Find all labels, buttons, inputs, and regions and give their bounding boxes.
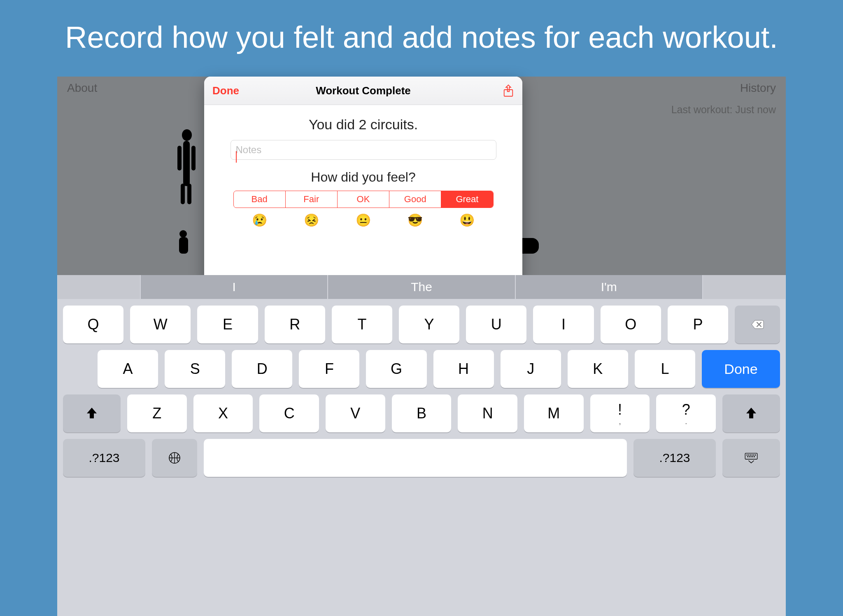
- key-a[interactable]: A: [98, 350, 158, 388]
- svg-rect-4: [748, 455, 749, 455]
- key-numbers[interactable]: .?123: [63, 439, 145, 477]
- keyboard-row-2: A S D F G H J K L Done: [57, 343, 786, 388]
- key-j[interactable]: J: [501, 350, 561, 388]
- svg-rect-0: [504, 90, 513, 96]
- feel-prompt-label: How did you feel?: [221, 170, 506, 185]
- exercise-silhouette-icon: [183, 141, 190, 186]
- keyboard-row-3: Z X C V B N M ! , ? .: [57, 388, 786, 432]
- svg-rect-5: [750, 455, 751, 455]
- svg-rect-11: [750, 456, 751, 457]
- popover-navbar: Done Workout Complete: [204, 77, 522, 105]
- rating-option-good[interactable]: Good: [389, 191, 441, 208]
- key-n[interactable]: N: [458, 394, 517, 432]
- emoji-great-icon: 😃: [441, 213, 493, 227]
- key-k[interactable]: K: [568, 350, 628, 388]
- key-m[interactable]: M: [524, 394, 584, 432]
- key-b[interactable]: B: [392, 394, 452, 432]
- key-numbers[interactable]: .?123: [633, 439, 716, 477]
- key-h[interactable]: H: [433, 350, 494, 388]
- key-i[interactable]: I: [533, 306, 594, 343]
- svg-rect-12: [752, 456, 753, 457]
- svg-rect-10: [749, 456, 750, 457]
- keyboard: I The I'm Q W E R T Y U I O P: [57, 275, 786, 616]
- exercise-silhouette-icon: [182, 129, 192, 141]
- rating-option-ok[interactable]: OK: [338, 191, 389, 208]
- key-e[interactable]: E: [197, 306, 258, 343]
- key-backspace[interactable]: [735, 306, 780, 343]
- circuits-count-label: You did 2 circuits.: [221, 117, 506, 133]
- popover-title: Workout Complete: [316, 84, 411, 97]
- promo-headline: Record how you felt and add notes for ea…: [0, 0, 843, 66]
- device-frame: About History Last workout: Just now Don…: [57, 77, 786, 616]
- exercise-silhouette-icon: [191, 146, 196, 170]
- nav-history-button[interactable]: History: [740, 82, 776, 95]
- workout-complete-popover: Done Workout Complete You did 2 circuits…: [204, 77, 522, 284]
- key-w[interactable]: W: [130, 306, 191, 343]
- key-f[interactable]: F: [299, 350, 359, 388]
- popover-body: You did 2 circuits. How did you feel? Ba…: [204, 105, 522, 227]
- key-u[interactable]: U: [466, 306, 526, 343]
- prediction-spacer: [58, 275, 140, 299]
- emoji-bad-icon: 😢: [234, 213, 286, 227]
- key-hide-keyboard[interactable]: [722, 439, 780, 477]
- notes-field-wrapper: [231, 147, 496, 154]
- rating-emoji-row: 😢 😣 😐 😎 😃: [234, 213, 493, 227]
- svg-rect-6: [752, 455, 752, 455]
- key-v[interactable]: V: [326, 394, 385, 432]
- key-t[interactable]: T: [332, 306, 392, 343]
- key-punct-top: !: [618, 401, 622, 418]
- exercise-silhouette-icon: [179, 230, 187, 238]
- key-d[interactable]: D: [232, 350, 292, 388]
- emoji-good-icon: 😎: [389, 213, 441, 227]
- key-r[interactable]: R: [265, 306, 325, 343]
- key-s[interactable]: S: [165, 350, 225, 388]
- key-z[interactable]: Z: [127, 394, 187, 432]
- key-y[interactable]: Y: [399, 306, 459, 343]
- rating-segmented-control[interactable]: Bad Fair OK Good Great: [233, 191, 494, 208]
- key-q[interactable]: Q: [63, 306, 123, 343]
- svg-rect-13: [754, 456, 755, 457]
- key-g[interactable]: G: [366, 350, 426, 388]
- notes-input[interactable]: [231, 140, 496, 160]
- svg-rect-9: [747, 456, 748, 457]
- prediction-suggestion[interactable]: The: [328, 275, 515, 299]
- svg-rect-8: [755, 455, 756, 455]
- key-shift[interactable]: [63, 394, 121, 432]
- key-o[interactable]: O: [601, 306, 661, 343]
- key-l[interactable]: L: [635, 350, 695, 388]
- popover-done-button[interactable]: Done: [212, 84, 239, 97]
- exercise-silhouette-icon: [181, 184, 185, 204]
- emoji-fair-icon: 😣: [286, 213, 338, 227]
- last-workout-label: Last workout: Just now: [671, 104, 776, 116]
- prediction-suggestion[interactable]: I'm: [516, 275, 702, 299]
- svg-rect-3: [747, 455, 748, 455]
- key-comma[interactable]: ! ,: [590, 394, 650, 432]
- key-period[interactable]: ? .: [656, 394, 716, 432]
- prediction-suggestion[interactable]: I: [141, 275, 327, 299]
- exercise-silhouette-icon: [177, 146, 182, 170]
- key-x[interactable]: X: [193, 394, 253, 432]
- nav-about-button[interactable]: About: [67, 82, 97, 95]
- prediction-spacer: [703, 275, 785, 299]
- exercise-silhouette-icon: [187, 184, 191, 204]
- app-background: About History Last workout: Just now Don…: [57, 77, 786, 616]
- key-spacer: [63, 350, 91, 388]
- key-c[interactable]: C: [259, 394, 319, 432]
- svg-rect-2: [745, 453, 757, 460]
- rating-option-great[interactable]: Great: [441, 191, 493, 208]
- exercise-silhouette-icon: [179, 237, 188, 254]
- key-p[interactable]: P: [668, 306, 728, 343]
- key-punct-bot: .: [685, 417, 687, 426]
- key-shift[interactable]: [722, 394, 780, 432]
- rating-option-bad[interactable]: Bad: [234, 191, 286, 208]
- emoji-ok-icon: 😐: [338, 213, 389, 227]
- keyboard-row-1: Q W E R T Y U I O P: [57, 299, 786, 343]
- key-globe[interactable]: [152, 439, 197, 477]
- key-done[interactable]: Done: [702, 350, 780, 388]
- rating-option-fair[interactable]: Fair: [286, 191, 338, 208]
- prediction-bar: I The I'm: [57, 275, 786, 299]
- key-space[interactable]: [204, 439, 627, 477]
- share-icon[interactable]: [503, 84, 514, 97]
- svg-rect-7: [753, 455, 754, 455]
- key-punct-top: ?: [682, 401, 690, 418]
